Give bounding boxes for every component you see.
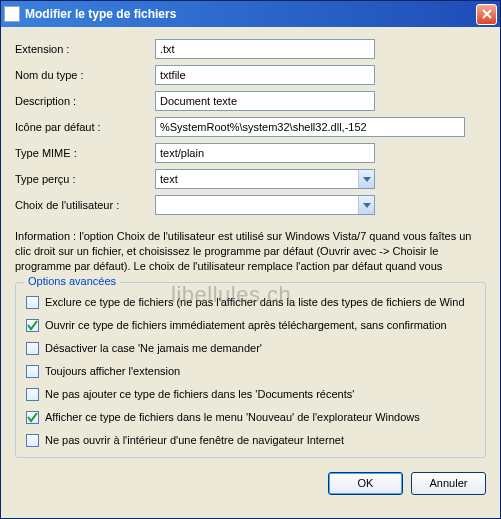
checkbox[interactable]	[26, 319, 39, 332]
description-label: Description :	[15, 95, 155, 107]
checkbox[interactable]	[26, 342, 39, 355]
advanced-option-row[interactable]: Exclure ce type de fichiers (ne pas l'af…	[26, 296, 475, 309]
button-row: OK Annuler	[15, 472, 486, 495]
advanced-option-row[interactable]: Ne pas ouvrir à l'intérieur d'une fenêtr…	[26, 434, 475, 447]
checkbox-label: Ouvrir ce type de fichiers immédiatement…	[45, 319, 447, 331]
mime-type-input[interactable]	[155, 143, 375, 163]
checkbox[interactable]	[26, 411, 39, 424]
advanced-option-row[interactable]: Ne pas ajouter ce type de fichiers dans …	[26, 388, 475, 401]
info-text: Information : l'option Choix de l'utilis…	[15, 229, 486, 274]
advanced-options-title: Options avancées	[24, 275, 120, 287]
advanced-options-group: Options avancées Exclure ce type de fich…	[15, 282, 486, 458]
app-icon	[4, 6, 20, 22]
checkbox-label: Ne pas ajouter ce type de fichiers dans …	[45, 388, 354, 400]
dialog-body: Extension : Nom du type : Description : …	[1, 27, 500, 518]
default-icon-input[interactable]	[155, 117, 465, 137]
checkbox[interactable]	[26, 434, 39, 447]
close-icon	[482, 9, 492, 19]
checkbox[interactable]	[26, 296, 39, 309]
checkbox-label: Désactiver la case 'Ne jamais me demande…	[45, 342, 262, 354]
checkbox-label: Ne pas ouvrir à l'intérieur d'une fenêtr…	[45, 434, 344, 446]
extension-input[interactable]	[155, 39, 375, 59]
checkbox-label: Toujours afficher l'extension	[45, 365, 180, 377]
extension-label: Extension :	[15, 43, 155, 55]
description-input[interactable]	[155, 91, 375, 111]
type-name-label: Nom du type :	[15, 69, 155, 81]
advanced-option-row[interactable]: Toujours afficher l'extension	[26, 365, 475, 378]
close-button[interactable]	[476, 4, 497, 25]
user-choice-label: Choix de l'utilisateur :	[15, 199, 155, 211]
advanced-option-row[interactable]: Ouvrir ce type de fichiers immédiatement…	[26, 319, 475, 332]
mime-type-label: Type MIME :	[15, 147, 155, 159]
checkbox[interactable]	[26, 365, 39, 378]
user-choice-select[interactable]	[155, 195, 375, 215]
perceived-type-label: Type perçu :	[15, 173, 155, 185]
window-title: Modifier le type de fichiers	[25, 7, 476, 21]
cancel-button[interactable]: Annuler	[411, 472, 486, 495]
checkbox[interactable]	[26, 388, 39, 401]
advanced-option-row[interactable]: Désactiver la case 'Ne jamais me demande…	[26, 342, 475, 355]
default-icon-label: Icône par défaut :	[15, 121, 155, 133]
checkbox-label: Exclure ce type de fichiers (ne pas l'af…	[45, 296, 465, 308]
advanced-option-row[interactable]: Afficher ce type de fichiers dans le men…	[26, 411, 475, 424]
dialog-window: Modifier le type de fichiers Extension :…	[0, 0, 501, 519]
checkbox-label: Afficher ce type de fichiers dans le men…	[45, 411, 420, 423]
titlebar[interactable]: Modifier le type de fichiers	[1, 1, 500, 27]
type-name-input[interactable]	[155, 65, 375, 85]
perceived-type-select[interactable]	[155, 169, 375, 189]
ok-button[interactable]: OK	[328, 472, 403, 495]
